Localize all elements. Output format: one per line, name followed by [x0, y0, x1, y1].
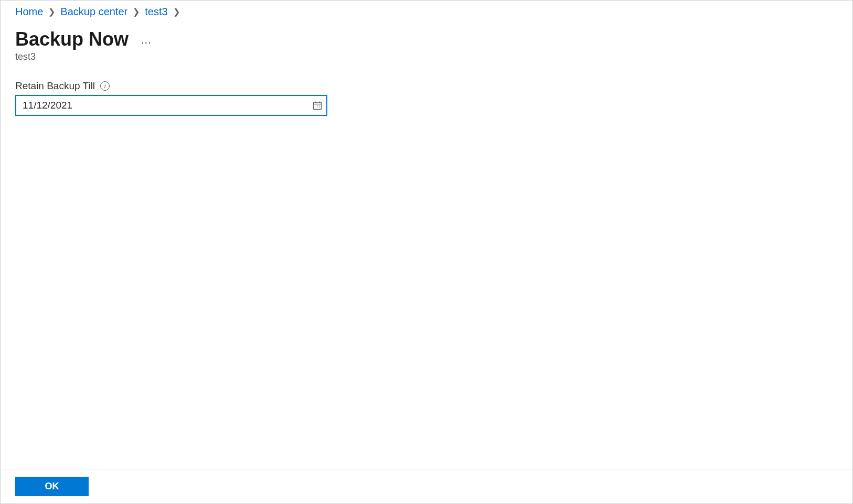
chevron-right-icon: ❯: [133, 7, 140, 17]
page-title: Backup Now: [15, 28, 129, 50]
retain-backup-label: Retain Backup Till: [15, 80, 95, 92]
ok-button[interactable]: OK: [15, 477, 89, 496]
breadcrumb: Home ❯ Backup center ❯ test3 ❯: [15, 6, 838, 18]
chevron-right-icon: ❯: [173, 7, 180, 17]
page-subtitle: test3: [15, 51, 838, 62]
info-icon[interactable]: i: [100, 81, 110, 91]
breadcrumb-backup-center[interactable]: Backup center: [60, 6, 127, 18]
calendar-icon[interactable]: [313, 101, 322, 110]
breadcrumb-home[interactable]: Home: [15, 6, 43, 18]
date-input-container: [15, 95, 327, 116]
footer: OK: [1, 469, 852, 503]
svg-rect-0: [314, 102, 322, 110]
more-actions-icon[interactable]: ···: [141, 31, 152, 48]
chevron-right-icon: ❯: [48, 7, 55, 17]
retain-backup-date-input[interactable]: [15, 95, 327, 116]
breadcrumb-test3[interactable]: test3: [145, 6, 167, 18]
